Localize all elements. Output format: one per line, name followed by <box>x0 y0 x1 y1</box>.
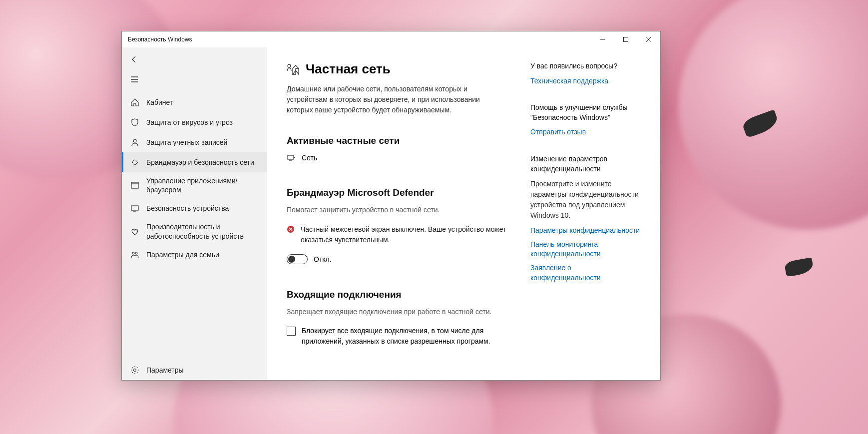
device-icon <box>130 204 139 213</box>
aside-panel: У вас появились вопросы? Техническая под… <box>530 61 640 370</box>
svg-rect-5 <box>131 206 138 210</box>
network-item[interactable]: Сеть <box>287 153 510 162</box>
svg-rect-10 <box>288 155 294 159</box>
titlebar: Безопасность Windows <box>122 31 660 47</box>
sidebar-item-performance[interactable]: Производительность и работоспособность у… <box>122 218 267 244</box>
firewall-heading: Брандмауэр Microsoft Defender <box>287 187 510 198</box>
sidebar-item-virus[interactable]: Защита от вирусов и угроз <box>122 112 267 132</box>
hamburger-button[interactable] <box>122 69 267 89</box>
active-networks-heading: Активные частные сети <box>287 135 510 146</box>
firewall-icon <box>130 158 139 167</box>
main-content: Частная сеть Домашние или рабочие сети, … <box>287 61 510 370</box>
sidebar: Кабинет Защита от вирусов и угроз Защита… <box>122 47 267 380</box>
sidebar-item-label: Производительность и работоспособность у… <box>146 222 260 240</box>
block-incoming-checkbox[interactable] <box>287 327 296 336</box>
privacy-dashboard-link[interactable]: Панель мониторинга конфиденциальности <box>530 240 640 259</box>
shield-icon <box>130 118 139 127</box>
block-incoming-label: Блокирует все входящие подключения, в то… <box>302 326 506 347</box>
aside-privacy-desc: Просмотрите и измените параметры конфиде… <box>530 179 640 221</box>
close-button[interactable] <box>637 31 660 47</box>
tech-support-link[interactable]: Техническая поддержка <box>530 76 640 86</box>
wallpaper-decor <box>784 257 814 277</box>
incoming-heading: Входящие подключения <box>287 289 510 300</box>
firewall-toggle-state: Откл. <box>314 255 332 263</box>
svg-point-9 <box>288 64 291 67</box>
firewall-toggle[interactable] <box>287 254 308 264</box>
sidebar-item-label: Кабинет <box>146 98 173 107</box>
svg-point-7 <box>135 252 137 254</box>
page-intro: Домашние или рабочие сети, пользователям… <box>287 84 506 115</box>
sidebar-item-home[interactable]: Кабинет <box>122 92 267 112</box>
network-name: Сеть <box>302 154 317 162</box>
window-title: Безопасность Windows <box>122 36 192 43</box>
firewall-warning: Частный межсетевой экран выключен. Ваше … <box>287 224 506 245</box>
page-title: Частная сеть <box>287 61 510 77</box>
page-title-text: Частная сеть <box>306 61 391 77</box>
aside-privacy-title: Изменение параметров конфиденциальности <box>530 154 640 174</box>
minimize-button[interactable] <box>591 31 614 47</box>
sidebar-item-settings[interactable]: Параметры <box>122 360 267 380</box>
svg-point-6 <box>132 252 134 254</box>
svg-rect-4 <box>131 182 138 188</box>
sidebar-item-device[interactable]: Безопасность устройства <box>122 198 267 218</box>
sidebar-item-label: Безопасность устройства <box>146 204 229 213</box>
svg-point-1 <box>133 139 136 142</box>
gear-icon <box>130 366 139 375</box>
svg-point-8 <box>134 369 136 372</box>
sidebar-item-label: Параметры для семьи <box>146 250 219 259</box>
back-button[interactable] <box>122 49 267 69</box>
sidebar-item-appbrowser[interactable]: Управление приложениями/браузером <box>122 172 267 198</box>
aside-improve-title: Помощь в улучшении службы "Безопасность … <box>530 103 640 122</box>
send-feedback-link[interactable]: Отправить отзыв <box>530 127 640 137</box>
sidebar-item-account[interactable]: Защита учетных записей <box>122 132 267 152</box>
svg-rect-0 <box>624 37 628 42</box>
network-icon <box>287 153 296 162</box>
incoming-description: Запрещает входящие подключения при работ… <box>287 307 510 317</box>
privacy-settings-link[interactable]: Параметры конфиденциальности <box>530 226 640 236</box>
windows-security-window: Безопасность Windows Каб <box>121 31 661 381</box>
sidebar-item-label: Управление приложениями/браузером <box>146 176 260 194</box>
home-icon <box>130 98 139 107</box>
heart-icon <box>130 227 139 236</box>
sidebar-item-firewall[interactable]: Брандмауэр и безопасность сети <box>122 152 267 172</box>
family-icon <box>130 250 139 259</box>
app-icon <box>130 181 139 190</box>
sidebar-item-family[interactable]: Параметры для семьи <box>122 245 267 265</box>
maximize-button[interactable] <box>614 31 637 47</box>
sidebar-item-label: Защита от вирусов и угроз <box>146 118 233 127</box>
sidebar-item-label: Защита учетных записей <box>146 138 227 147</box>
firewall-description: Помогает защитить устройство в частной с… <box>287 205 510 215</box>
sidebar-item-label: Параметры <box>146 366 184 375</box>
account-icon <box>130 138 139 147</box>
privacy-statement-link[interactable]: Заявление о конфиденциальности <box>530 263 640 283</box>
error-icon <box>287 225 295 233</box>
sidebar-item-label: Брандмауэр и безопасность сети <box>146 158 254 167</box>
aside-help-title: У вас появились вопросы? <box>530 61 640 71</box>
firewall-warning-text: Частный межсетевой экран выключен. Ваше … <box>301 224 506 245</box>
private-network-icon <box>287 63 300 75</box>
